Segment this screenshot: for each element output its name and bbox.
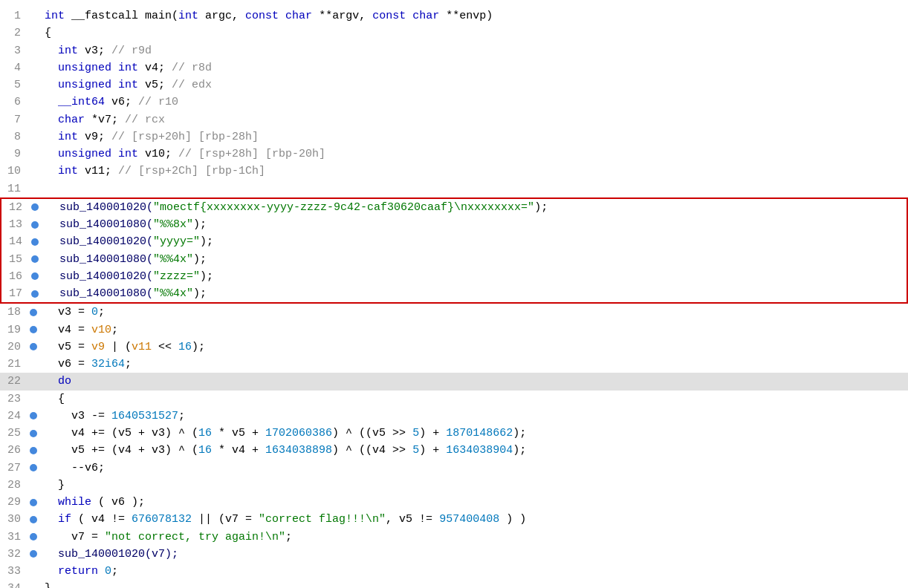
token <box>111 79 118 91</box>
breakpoint-dot[interactable] <box>27 533 40 540</box>
red-box-wrapper: 12 sub_140001020("moectf{xxxxxxxx-yyyy-z… <box>0 197 908 304</box>
code-text-18: v3 = 0; <box>40 304 908 321</box>
code-line-31: 31 v7 = "not correct, try again!\n"; <box>0 529 908 546</box>
code-line-15: 15 sub_140001080("%%4x"); <box>1 251 907 268</box>
token: v9; <box>78 131 111 143</box>
token: 0 <box>105 565 111 578</box>
token: "%%4x" <box>153 287 193 300</box>
token: } <box>45 582 51 588</box>
breakpoint-dot[interactable] <box>27 550 40 558</box>
token: sub_140001020( <box>46 270 153 283</box>
token: v10; <box>138 148 178 160</box>
code-text-33: return 0; <box>40 563 908 580</box>
token: sub_140001080( <box>46 218 153 231</box>
code-text-12: sub_140001020("moectf{xxxxxxxx-yyyy-zzzz… <box>42 199 907 216</box>
line-number-9: 9 <box>0 146 27 163</box>
code-text-16: sub_140001020("zzzz="); <box>42 268 907 285</box>
line-number-8: 8 <box>0 128 27 146</box>
line-number-20: 20 <box>0 339 27 356</box>
line-number-1: 1 <box>0 7 27 24</box>
token: "%%8x" <box>153 218 193 231</box>
code-text-17: sub_140001080("%%4x"); <box>42 285 907 302</box>
code-line-12: 12 sub_140001020("moectf{xxxxxxxx-yyyy-z… <box>1 199 907 216</box>
token: v6; <box>105 96 138 108</box>
token: 5 <box>412 444 419 457</box>
code-text-34: } <box>40 580 908 588</box>
token <box>406 10 412 22</box>
token: int <box>45 10 65 22</box>
token: ); <box>193 218 207 231</box>
token: v4 += (v5 + v3) ^ ( <box>45 427 198 440</box>
token <box>45 375 58 388</box>
token: 32i64 <box>91 358 125 370</box>
token: // r8d <box>172 62 212 74</box>
breakpoint-dot[interactable] <box>27 430 40 437</box>
code-text-1: int __fastcall main(int argc, const char… <box>40 7 908 24</box>
code-line-14: 14 sub_140001020("yyyy="); <box>1 233 907 250</box>
token: return <box>58 565 98 578</box>
token: "moectf{xxxxxxxx-yyyy-zzzz-9c42-caf30620… <box>153 201 534 214</box>
token: ) ^ ((v4 >> <box>332 444 412 457</box>
breakpoint-dot[interactable] <box>28 272 42 280</box>
token: | ( <box>105 341 132 353</box>
token <box>111 148 118 160</box>
token: 1870148662 <box>446 427 513 440</box>
breakpoint-dot[interactable] <box>27 447 40 454</box>
line-number-27: 27 <box>0 460 27 477</box>
code-line-29: 29 while ( v6 ); <box>0 494 908 511</box>
code-line-28: 28 } <box>0 477 908 494</box>
line-number-24: 24 <box>0 408 27 425</box>
breakpoint-dot[interactable] <box>27 343 40 350</box>
code-text-5: unsigned int v5; // edx <box>40 76 908 94</box>
code-line-13: 13 sub_140001080("%%8x"); <box>1 216 907 233</box>
token: ); <box>200 235 213 248</box>
code-text-20: v5 = v9 | (v11 << 16); <box>40 339 908 356</box>
token: "yyyy=" <box>153 235 200 248</box>
token: const <box>372 10 406 22</box>
breakpoint-dot[interactable] <box>28 221 42 229</box>
token: 16 <box>198 444 212 457</box>
code-line-18: 18 v3 = 0; <box>0 304 908 321</box>
breakpoint-dot[interactable] <box>28 203 42 211</box>
token: ); <box>193 287 207 300</box>
token: "zzzz=" <box>153 270 200 283</box>
breakpoint-dot[interactable] <box>28 290 42 298</box>
code-text-27: --v6; <box>40 460 908 477</box>
code-line-10: 10 int v11; // [rsp+2Ch] [rbp-1Ch] <box>0 163 908 180</box>
code-line-21: 21 v6 = 32i64; <box>0 356 908 373</box>
line-number-6: 6 <box>0 94 27 111</box>
line-number-31: 31 <box>0 529 27 546</box>
token: ; <box>125 358 132 370</box>
breakpoint-dot[interactable] <box>28 238 42 246</box>
code-line-22: 22 do <box>0 373 908 390</box>
code-container: 1 int __fastcall main(int argc, const ch… <box>0 0 908 588</box>
breakpoint-dot[interactable] <box>28 255 42 263</box>
token: ) ^ ((v5 >> <box>332 427 412 440</box>
breakpoint-dot[interactable] <box>27 412 40 419</box>
line-number-7: 7 <box>0 111 27 128</box>
token: sub_140001080( <box>46 253 153 266</box>
token: --v6; <box>45 462 105 474</box>
token: v3; <box>78 45 111 57</box>
code-text-7: char *v7; // rcx <box>40 111 908 128</box>
token: << <box>152 341 178 353</box>
token: // [rsp+2Ch] [rbp-1Ch] <box>118 165 265 177</box>
code-line-34: 34 } <box>0 580 908 588</box>
breakpoint-dot[interactable] <box>27 464 40 471</box>
token <box>279 10 285 22</box>
breakpoint-dot[interactable] <box>27 326 40 333</box>
token: unsigned <box>58 148 111 160</box>
line-number-29: 29 <box>0 494 27 511</box>
breakpoint-dot[interactable] <box>27 516 40 523</box>
token: 16 <box>178 341 192 353</box>
token: "correct flag!!!\n" <box>259 513 386 526</box>
token: sub_140001020( <box>46 201 153 214</box>
breakpoint-dot[interactable] <box>27 499 40 506</box>
token: 1702060386 <box>265 427 332 440</box>
token: 1634038904 <box>446 444 513 457</box>
token: 0 <box>91 306 98 318</box>
line-number-5: 5 <box>0 76 27 94</box>
token: v10 <box>91 324 111 336</box>
breakpoint-dot[interactable] <box>27 309 40 316</box>
code-line-27: 27 --v6; <box>0 460 908 477</box>
